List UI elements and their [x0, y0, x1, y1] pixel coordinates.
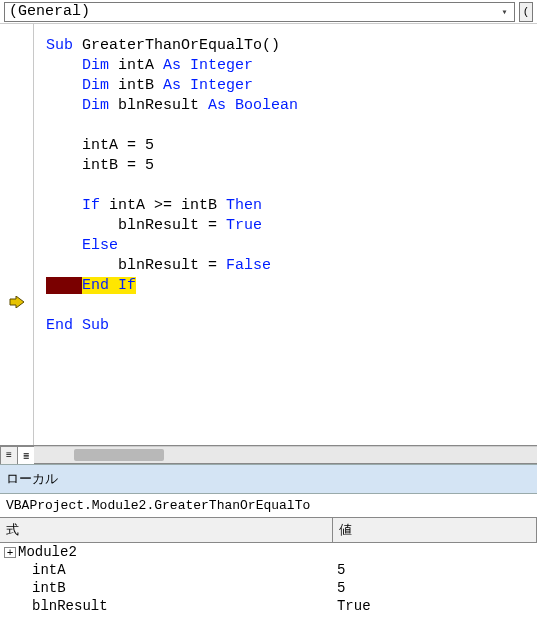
keyword-then: Then	[226, 197, 262, 214]
locals-var-name: intB	[32, 580, 66, 596]
view-tabs: ≡ ≣	[0, 445, 537, 463]
keyword-as-integer: As Integer	[163, 57, 253, 74]
scope-value: (General)	[9, 3, 90, 20]
result-false-lhs: blnResult =	[118, 257, 226, 274]
var-a-decl: intA	[109, 57, 163, 74]
object-procedure-bar: (General) ▾ (	[0, 0, 537, 24]
svg-marker-0	[10, 296, 24, 308]
code-margin[interactable]	[0, 24, 34, 463]
full-module-view-tab[interactable]: ≣	[17, 446, 35, 464]
if-condition: intA >= intB	[100, 197, 226, 214]
highlight-prefix	[46, 277, 82, 294]
code-editor[interactable]: Sub GreaterThanOrEqualTo() Dim intA As I…	[34, 24, 537, 463]
chevron-down-icon: ▾	[497, 5, 512, 20]
var-r-decl: blnResult	[109, 97, 208, 114]
keyword-dim: Dim	[82, 77, 109, 94]
expand-icon[interactable]: +	[4, 547, 16, 558]
locals-row[interactable]: +Module2	[0, 543, 537, 561]
horizontal-scrollbar[interactable]	[34, 446, 537, 463]
keyword-end-sub: End Sub	[46, 317, 109, 334]
locals-var-name: intA	[32, 562, 66, 578]
keyword-as-integer: As Integer	[163, 77, 253, 94]
locals-var-value	[333, 544, 537, 560]
result-true-lhs: blnResult =	[118, 217, 226, 234]
locals-var-value: 5	[333, 562, 537, 578]
keyword-if: If	[82, 197, 100, 214]
scope-dropdown[interactable]: (General) ▾	[4, 2, 515, 22]
keyword-true: True	[226, 217, 262, 234]
locals-context: VBAProject.Module2.GreaterThanOrEqualTo	[0, 494, 537, 518]
locals-var-name: blnResult	[32, 598, 108, 614]
keyword-sub: Sub	[46, 37, 73, 54]
locals-grid-header: 式 値	[0, 518, 537, 543]
current-line-endif: End If	[82, 277, 136, 294]
current-line-arrow-icon	[8, 295, 26, 309]
procedure-dropdown-fragment[interactable]: (	[519, 2, 533, 22]
locals-row[interactable]: blnResultTrue	[0, 597, 537, 615]
locals-var-value: True	[333, 598, 537, 614]
var-b-decl: intB	[109, 77, 163, 94]
assign-b: intB = 5	[82, 157, 154, 174]
assign-a: intA = 5	[82, 137, 154, 154]
locals-var-name: Module2	[18, 544, 77, 560]
sub-name: GreaterThanOrEqualTo()	[73, 37, 280, 54]
locals-row[interactable]: intB5	[0, 579, 537, 597]
column-header-value[interactable]: 値	[333, 518, 537, 542]
locals-var-value: 5	[333, 580, 537, 596]
locals-rows: +Module2intA5intB5blnResultTrue	[0, 543, 537, 615]
keyword-false: False	[226, 257, 271, 274]
keyword-dim: Dim	[82, 97, 109, 114]
keyword-dim: Dim	[82, 57, 109, 74]
keyword-else: Else	[82, 237, 118, 254]
column-header-expression[interactable]: 式	[0, 518, 333, 542]
code-pane: Sub GreaterThanOrEqualTo() Dim intA As I…	[0, 24, 537, 464]
locals-row[interactable]: intA5	[0, 561, 537, 579]
scrollbar-thumb[interactable]	[74, 449, 164, 461]
keyword-as-boolean: As Boolean	[208, 97, 298, 114]
procedure-view-tab[interactable]: ≡	[0, 446, 18, 464]
locals-panel-title: ローカル	[0, 464, 537, 494]
